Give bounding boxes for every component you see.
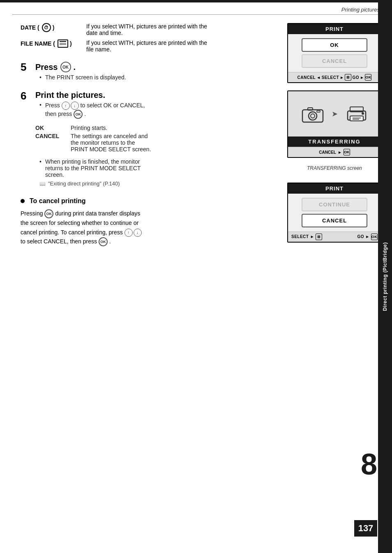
print-panel-2-nav: SELECT ► ⊞ GO ► OK — [288, 231, 381, 242]
info-row-filename: FILE NAME ( ) If you select WITH, pictur… — [21, 39, 269, 53]
step-6-ref: 📖 "Exiting direct printing" (P.140) — [39, 180, 269, 187]
nav-select-label: SELECT — [322, 75, 339, 80]
step-6: 6 Print the pictures. • Press ↑ ↓ — [21, 90, 269, 189]
cancel-section: To cancel printing Pressing OK during pr… — [21, 197, 269, 246]
page-number: 137 — [354, 520, 377, 537]
step-6-number: 6 — [21, 90, 35, 101]
svg-rect-3 — [308, 108, 313, 110]
side-tab-label: Direct printing (PictBridge) — [382, 242, 388, 311]
left-col: DATE ( ⏱ ) If you select WITH, pictures … — [0, 23, 277, 246]
nav-arrow-transfer: ► — [338, 150, 342, 155]
up-arrow-icon: ↑ — [62, 102, 70, 110]
arrow-icons-cancel: ↑ ↓ — [125, 229, 142, 237]
svg-point-2 — [311, 114, 315, 118]
page-title: Printing pictures — [341, 7, 380, 13]
chapter-number: 8 — [361, 449, 377, 479]
nav-ok-transfer: OK — [344, 149, 350, 155]
cancel-button-panel1[interactable]: CANCEL — [302, 54, 367, 68]
term-ok-key: OK — [35, 125, 64, 131]
step-5-title: Press OK . — [35, 62, 269, 72]
arrow-icons: ↑ ↓ — [62, 102, 79, 110]
ref-text: "Exiting direct printing" (P.140) — [48, 180, 120, 187]
nav-select-panel2: SELECT ► ⊞ — [291, 234, 322, 240]
cancel-title: To cancel printing — [21, 197, 269, 205]
svg-rect-4 — [317, 111, 320, 112]
date-description: If you select WITH, pictures are printed… — [86, 23, 269, 36]
ok-btn-cancel-end: OK — [99, 237, 108, 246]
step-5-number: 5 — [21, 62, 35, 72]
nav-arrow-left: ◄ — [316, 75, 321, 80]
step-6-content: Print the pictures. • Press ↑ ↓ to selec… — [35, 90, 269, 189]
continue-button[interactable]: CONTINUE — [302, 198, 367, 211]
info-row-date: DATE ( ⏱ ) If you select WITH, pictures … — [21, 23, 269, 36]
content-area: DATE ( ⏱ ) If you select WITH, pictures … — [0, 15, 392, 246]
ok-btn-icon-small: OK — [74, 110, 83, 119]
nav-go-panel2: GO ► OK — [357, 234, 378, 240]
cancel-title-text: To cancel printing — [30, 197, 86, 205]
nav-go-icon-p2: ⊞ — [316, 234, 322, 240]
term-cancel-key: CANCEL — [35, 133, 64, 153]
nav-arrow-right2: ► — [360, 75, 364, 80]
step-6-title: Print the pictures. — [35, 90, 269, 100]
term-cancel: CANCEL The settings are canceled andthe … — [35, 133, 269, 153]
print-panel-2-body: CONTINUE CANCEL — [288, 194, 381, 231]
step-5-body: • The PRINT screen is displayed. — [35, 74, 269, 81]
print-panel-1-body: OK CANCEL — [288, 34, 381, 72]
date-label: DATE ( ⏱ ) — [21, 23, 86, 32]
svg-point-1 — [309, 112, 317, 120]
nav-go-label: GO — [352, 75, 359, 80]
nav-go-icon: ⊞ — [345, 74, 351, 81]
ok-button[interactable]: OK — [302, 38, 367, 52]
step-6-body: • Press ↑ ↓ to select OK or CANCEL,then … — [35, 102, 269, 187]
nav-arrow-right: ► — [340, 75, 344, 80]
step-6-bullet-2: • When printing is finished, the monitor… — [39, 158, 269, 178]
filename-label: FILE NAME ( ) — [21, 39, 86, 48]
up-arrow-cancel-icon: ↑ — [125, 229, 133, 237]
file-icon — [58, 39, 68, 48]
printer-icon — [344, 104, 369, 124]
svg-point-10 — [362, 112, 364, 115]
down-arrow-icon: ↓ — [71, 102, 79, 110]
filename-description: If you select WITH, pictures are printed… — [86, 39, 269, 53]
page-header: Printing pictures — [0, 2, 392, 14]
transferring-image: ➤ — [288, 91, 381, 137]
transferring-panel: ➤ TRANSFERRING CANCEL ► OK — [287, 90, 382, 158]
step-5-bullet-1: • The PRINT screen is displayed. — [39, 74, 269, 81]
print-panel-2: PRINT CONTINUE CANCEL SELECT ► ⊞ GO ► OK — [287, 183, 382, 243]
transferring-caption: TRANSFERRING screen — [307, 165, 362, 171]
clock-icon: ⏱ — [42, 23, 51, 32]
term-cancel-value: The settings are canceled andthe monitor… — [71, 133, 269, 153]
transfer-arrow-icon: ➤ — [332, 109, 338, 118]
transferring-label: TRANSFERRING — [288, 137, 381, 147]
step-5: 5 Press OK . • The PRINT screen is displ… — [21, 62, 269, 83]
nav-cancel-label: CANCEL — [297, 75, 316, 80]
bullet-circle-icon — [21, 199, 25, 203]
print-panel-1-title: PRINT — [288, 24, 381, 34]
cancel-button-panel2[interactable]: CANCEL — [302, 214, 367, 227]
term-ok-value: Printing starts. — [71, 125, 269, 131]
print-panel-2-title: PRINT — [288, 183, 381, 194]
nav-ok-icon-p2: OK — [371, 234, 378, 240]
down-arrow-cancel-icon: ↓ — [134, 229, 142, 237]
right-col: PRINT OK CANCEL CANCEL ◄ SELECT ► ⊞ GO ►… — [277, 23, 392, 246]
step-6-bullet-1: • Press ↑ ↓ to select OK or CANCEL,then … — [39, 102, 269, 119]
nav-cancel-transfer: CANCEL — [319, 150, 336, 155]
svg-rect-7 — [350, 116, 363, 121]
step-5-content: Press OK . • The PRINT screen is display… — [35, 62, 269, 83]
ref-icon: 📖 — [39, 181, 46, 187]
side-tab: Direct printing (PictBridge) — [378, 0, 392, 553]
ok-btn-cancel-section: OK — [44, 209, 53, 218]
info-table: DATE ( ⏱ ) If you select WITH, pictures … — [21, 23, 269, 53]
term-list: OK Printing starts. CANCEL The settings … — [35, 125, 269, 153]
camera-icon — [300, 104, 325, 124]
print-panel-1-nav: CANCEL ◄ SELECT ► ⊞ GO ► OK — [288, 72, 381, 82]
cancel-body: Pressing OK during print data transfer d… — [21, 209, 269, 246]
term-ok: OK Printing starts. — [35, 125, 269, 131]
ok-button-icon: OK — [60, 62, 71, 72]
transferring-nav: CANCEL ► OK — [288, 147, 381, 157]
nav-ok-icon: OK — [365, 74, 371, 81]
print-panel-1: PRINT OK CANCEL CANCEL ◄ SELECT ► ⊞ GO ►… — [287, 23, 382, 83]
